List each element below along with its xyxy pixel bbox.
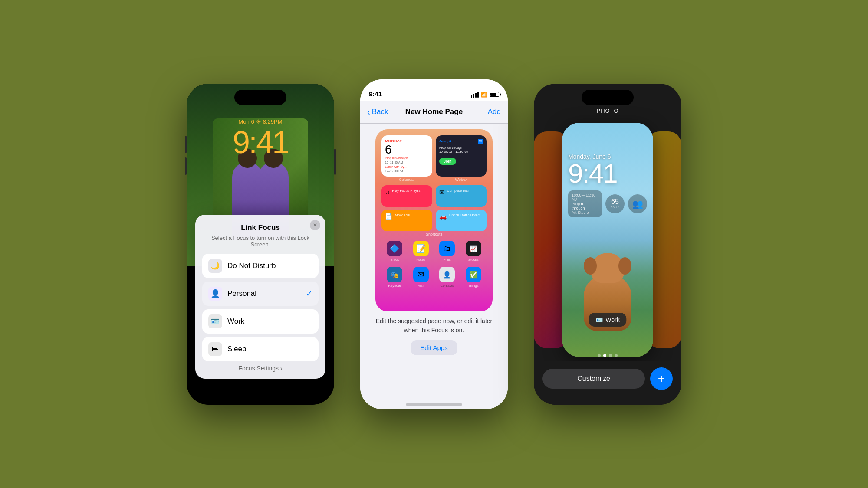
apps-row-1: 🔷 Slack 📝 Notes 🗂 Files 📈 [381, 241, 487, 262]
stocks-label: Stocks [468, 258, 479, 262]
sleep-icon: 🛏 [208, 342, 222, 356]
things-icon: ✅ [466, 267, 481, 282]
notes-icon: 📝 [413, 241, 429, 256]
app-stocks[interactable]: 📈 Stocks [466, 241, 481, 262]
phone-1: Mon 6 ☀ 8:29PM 9:41 ✕ Link Focus Select … [187, 84, 334, 405]
personal-check-icon: ✓ [306, 289, 312, 298]
webex-join-button[interactable]: Join [439, 158, 456, 165]
customize-button[interactable]: Customize [542, 369, 645, 389]
mail-shortcut-icon: ✉ [439, 189, 444, 196]
files-label: Files [444, 258, 451, 262]
shortcut-mail-btn[interactable]: ✉ Compose Mail [436, 185, 487, 207]
phone3-bottom-bar: Customize + [534, 361, 681, 405]
signal-bar-1 [471, 95, 472, 98]
dog-ear-left [584, 257, 597, 275]
ls-temp-widget: 65 55 72 [605, 194, 625, 213]
shortcut-music-label: Play Focus Playlist [392, 189, 421, 193]
signal-bar-2 [473, 94, 474, 98]
calendar-label: Calendar [381, 177, 432, 182]
phone-2: 9:41 📶 ‹ Ba [360, 79, 508, 409]
nav-back-button[interactable]: ‹ Back [367, 107, 388, 117]
cal-time-2: 12–12:30 PM [385, 169, 429, 174]
webex-header: June, 6 W [439, 139, 483, 144]
slack-icon: 🔷 [387, 241, 402, 256]
slack-label: Slack [390, 258, 399, 262]
ls-temp-range: 55 72 [611, 205, 619, 209]
widget-row-1: MONDAY 6 Prop run-through 10–11:30 AM Lu… [381, 135, 487, 182]
modal-close-button[interactable]: ✕ [310, 220, 320, 230]
signal-bar-4 [477, 92, 479, 98]
dynamic-island-1 [234, 90, 286, 105]
webex-widget: June, 6 W Prop run-through10:00 AM – 11:… [436, 135, 487, 177]
dog-ear-right [618, 257, 631, 275]
phone-3-screen: PHOTO Monday, June 6 9:41 10:00 – 11: [534, 84, 681, 405]
focus-settings-link[interactable]: Focus Settings › [202, 365, 319, 372]
signal-bars [471, 92, 479, 98]
focus-option-work[interactable]: 🪪 Work [202, 309, 319, 334]
nav-title: New Home Page [405, 108, 463, 116]
dot-2 [603, 354, 606, 357]
signal-bar-3 [475, 93, 477, 98]
close-icon: ✕ [313, 222, 317, 228]
edit-apps-button[interactable]: Edit Apps [411, 340, 457, 355]
keynote-icon: 🎭 [387, 267, 402, 282]
lockscreen-info: Monday, June 6 9:41 10:00 – 11:30 AM Pro… [562, 149, 653, 222]
shortcut-traffic-btn[interactable]: 🚗 Check Traffic Home [436, 210, 487, 231]
phones-container: Mon 6 ☀ 8:29PM 9:41 ✕ Link Focus Select … [0, 0, 868, 488]
ls-event-location: Art Studio [572, 210, 598, 215]
focus-option-do-not-disturb[interactable]: 🌙 Do Not Disturb [202, 254, 319, 278]
phone3-header-label: PHOTO [534, 108, 681, 114]
battery-fill [490, 93, 496, 96]
shortcut-pdf-btn[interactable]: 📄 Make PDF [381, 210, 432, 231]
contacts-label: Contacts [440, 284, 454, 288]
shortcuts-section: ♫ Play Focus Playlist ✉ Compose Mail 📄 [381, 185, 487, 236]
modal-subtitle: Select a Focus to turn on with this Lock… [202, 235, 319, 248]
ls-event-name: Prop run-through [572, 202, 598, 210]
do-not-disturb-label: Do Not Disturb [227, 262, 312, 270]
shortcut-pdf-label: Make PDF [395, 213, 411, 217]
ls-temp-value: 65 [611, 198, 619, 205]
nav-add-button[interactable]: Add [488, 108, 501, 116]
wifi-icon: 📶 [481, 92, 487, 98]
traffic-icon: 🚗 [439, 213, 447, 220]
focus-settings-text: Focus Settings [238, 365, 279, 372]
ls-time-min: 41 [589, 158, 617, 188]
person-circle-icon: 👥 [632, 199, 643, 209]
home-preview-card: MONDAY 6 Prop run-through 10–11:30 AM Lu… [375, 129, 493, 311]
ls-widgets: 10:00 – 11:30 AM Prop run-through Art St… [568, 190, 647, 217]
add-wallpaper-button[interactable]: + [650, 367, 673, 390]
things-label: Things [468, 284, 479, 288]
app-files[interactable]: 🗂 Files [439, 241, 455, 262]
power-button[interactable] [334, 149, 336, 175]
cal-time-1: 10–11:30 AM [385, 160, 429, 165]
modal-title: Link Focus [202, 223, 319, 232]
webex-event-title: Prop run-through10:00 AM – 11:30 AM [439, 146, 483, 154]
app-keynote[interactable]: 🎭 Keynote [387, 267, 402, 288]
ls-time: 9:41 [568, 160, 647, 187]
app-mail[interactable]: ✉ Mail [413, 267, 429, 288]
work-icon: 🪪 [208, 314, 222, 328]
lock-time: 9:41 [187, 127, 334, 158]
ls-event-widget: 10:00 – 11:30 AM Prop run-through Art St… [568, 190, 602, 217]
phone2-content: MONDAY 6 Prop run-through 10–11:30 AM Lu… [360, 125, 508, 409]
app-slack[interactable]: 🔷 Slack [387, 241, 402, 262]
app-things[interactable]: ✅ Things [466, 267, 481, 288]
battery-icon [490, 92, 499, 97]
shortcuts-row-1: ♫ Play Focus Playlist ✉ Compose Mail [381, 185, 487, 207]
shortcut-music-btn[interactable]: ♫ Play Focus Playlist [381, 185, 432, 207]
files-icon: 🗂 [439, 241, 455, 256]
work-badge-icon: 🪪 [595, 316, 603, 323]
app-notes[interactable]: 📝 Notes [413, 241, 429, 262]
phone2-status-bar: 9:41 📶 [360, 79, 508, 101]
calendar-col: MONDAY 6 Prop run-through 10–11:30 AM Lu… [381, 135, 432, 182]
chevron-left-icon: ‹ [367, 107, 370, 117]
focus-option-personal[interactable]: 👤 Personal ✓ [202, 282, 319, 306]
app-contacts[interactable]: 👤 Contacts [439, 267, 455, 288]
wallpaper-main[interactable]: Monday, June 6 9:41 10:00 – 11:30 AM Pro… [562, 123, 653, 357]
focus-option-sleep[interactable]: 🛏 Sleep [202, 337, 319, 361]
ls-time-colon: : [582, 158, 589, 188]
home-indicator-2 [406, 403, 462, 406]
cal-num: 6 [385, 143, 429, 157]
dots-indicator [598, 354, 618, 357]
contacts-icon: 👤 [439, 267, 455, 282]
